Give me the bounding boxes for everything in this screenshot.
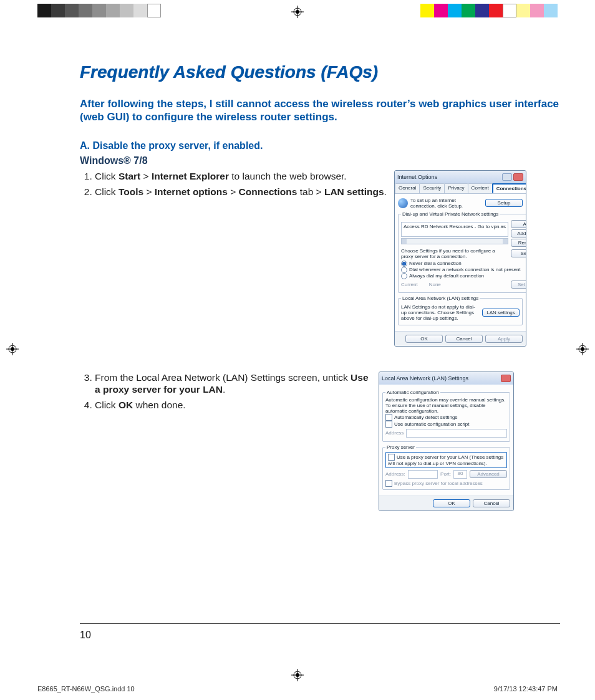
cancel-button[interactable]: Cancel <box>445 335 483 343</box>
help-icon[interactable] <box>502 173 512 181</box>
registration-mark-icon <box>6 343 19 355</box>
proxy-note: Choose Settings if you need to configure… <box>401 248 508 259</box>
page-number: 10 <box>80 630 91 641</box>
dialog-title: Local Area Network (LAN) Settings <box>382 375 468 381</box>
radio-always-dial[interactable]: Always dial my default connection <box>401 273 526 279</box>
registration-mark-icon <box>291 669 304 681</box>
lan-settings-button[interactable]: LAN settings <box>482 309 520 317</box>
add-vpn-button[interactable]: Add VPN... <box>511 229 526 237</box>
footer-datetime: 9/17/13 12:43:47 PM <box>494 685 558 693</box>
checkbox-auto-script[interactable]: Use automatic configuration script <box>385 421 507 428</box>
section-a-heading: A. Disable the proxy server, if enabled. <box>80 140 560 151</box>
step-2: Click Tools > Internet options > Connect… <box>95 186 388 198</box>
tab-security[interactable]: Security <box>419 183 445 193</box>
registration-mark-icon <box>291 6 304 18</box>
address-label: Address <box>385 430 404 436</box>
globe-icon <box>398 198 408 208</box>
add-button[interactable]: Add... <box>511 220 526 228</box>
radio-dial-when[interactable]: Dial whenever a network connection is no… <box>401 267 526 273</box>
proxy-legend: Proxy server <box>385 444 416 450</box>
tab-general[interactable]: General <box>395 183 420 193</box>
address-input[interactable] <box>406 429 507 438</box>
scrollbar[interactable] <box>401 238 508 244</box>
print-footer: E8665_RT-N66W_QSG.indd 10 9/17/13 12:43:… <box>0 685 595 693</box>
steps-list-2: From the Local Area Network (LAN) Settin… <box>80 372 372 415</box>
proxy-address-input[interactable] <box>408 470 438 479</box>
address-label: Address: <box>385 471 405 477</box>
tab-privacy[interactable]: Privacy <box>444 183 468 193</box>
registration-mark-icon <box>576 343 589 355</box>
checkbox-use-proxy[interactable]: Use a proxy server for your LAN (These s… <box>388 454 505 466</box>
setup-button[interactable]: Setup <box>485 199 523 207</box>
internet-options-dialog: Internet Options General Security Privac… <box>394 170 526 347</box>
lan-legend: Local Area Network (LAN) settings <box>401 295 480 301</box>
set-default-button[interactable]: Set default <box>511 280 526 289</box>
dialog-title: Internet Options <box>397 174 437 180</box>
ok-button[interactable]: OK <box>433 499 470 507</box>
auto-legend: Automatic configuration <box>385 390 440 395</box>
checkbox-bypass-local[interactable]: Bypass proxy server for local addresses <box>385 480 507 487</box>
steps-list-1: Click Start > Internet Explorer to launc… <box>80 170 388 202</box>
step-3: From the Local Area Network (LAN) Settin… <box>95 372 372 396</box>
checkbox-auto-detect[interactable]: Automatically detect settings <box>385 414 507 421</box>
close-icon[interactable] <box>513 173 523 181</box>
tab-connections[interactable]: Connections <box>492 183 526 193</box>
os-label: Windows® 7/8 <box>80 155 560 166</box>
settings-button[interactable]: Settings <box>511 249 526 257</box>
faq-question: After following the steps, I still canno… <box>80 97 560 124</box>
advanced-button[interactable]: Advanced <box>470 470 507 478</box>
auto-note: Automatic configuration may override man… <box>385 397 507 414</box>
close-icon[interactable] <box>501 375 511 382</box>
setup-text: To set up an Internet connection, click … <box>410 198 483 209</box>
lan-note: LAN Settings do not apply to dial-up con… <box>401 304 480 321</box>
step-1: Click Start > Internet Explorer to launc… <box>95 170 388 182</box>
step-4: Click OK when done. <box>95 399 372 411</box>
port-input[interactable]: 80 <box>453 470 467 479</box>
current-label: Current <box>401 282 418 287</box>
apply-button[interactable]: Apply <box>485 335 523 343</box>
remove-button[interactable]: Remove... <box>511 239 526 247</box>
page-title: Frequently Asked Questions (FAQs) <box>80 62 560 82</box>
ok-button[interactable]: OK <box>405 335 443 343</box>
tab-content[interactable]: Content <box>468 183 493 193</box>
footer-rule <box>80 623 560 624</box>
port-label: Port: <box>440 471 451 477</box>
dialup-legend: Dial-up and Virtual Private Network sett… <box>401 211 500 217</box>
cancel-button[interactable]: Cancel <box>473 499 510 507</box>
footer-filename: E8665_RT-N66W_QSG.indd 10 <box>37 685 135 693</box>
dialog-tabs: General Security Privacy Content Connect… <box>395 183 526 194</box>
current-value: None <box>429 282 441 287</box>
lan-settings-dialog: Local Area Network (LAN) Settings Automa… <box>379 372 514 511</box>
dialup-list[interactable]: Access RD Network Resources - Go to vpn.… <box>401 222 508 237</box>
radio-never-dial[interactable]: Never dial a connection <box>401 261 526 267</box>
